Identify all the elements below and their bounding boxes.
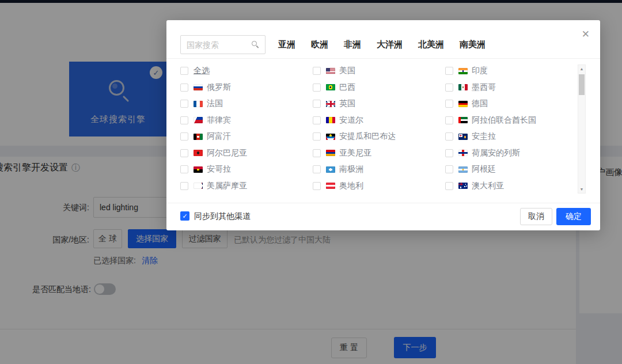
- country-row[interactable]: 阿尔巴尼亚: [180, 145, 313, 162]
- sync-checkbox-label: 同步到其他渠道: [194, 211, 251, 222]
- ai-flag-icon: [458, 134, 468, 140]
- checkbox[interactable]: [313, 84, 321, 92]
- country-row[interactable]: 美属萨摩亚: [180, 178, 313, 195]
- country-column: 美国巴西英国安道尔安提瓜和巴布达亚美尼亚南极洲奥地利: [313, 63, 445, 194]
- checkbox[interactable]: [313, 100, 321, 108]
- checkbox[interactable]: [445, 132, 453, 141]
- country-row[interactable]: 南极洲: [313, 161, 445, 178]
- check-icon: ✓: [182, 213, 187, 220]
- country-label: 阿尔巴尼亚: [207, 148, 247, 158]
- country-label: 美属萨摩亚: [207, 181, 247, 191]
- tab-europe[interactable]: 欧洲: [311, 39, 328, 50]
- tab-south-america[interactable]: 南美洲: [460, 39, 486, 50]
- scrollbar[interactable]: ▲ ▼: [578, 65, 586, 194]
- country-label: 阿拉伯联合酋长国: [472, 115, 536, 126]
- ag-flag-icon: [326, 134, 335, 140]
- cancel-button[interactable]: 取消: [520, 208, 552, 225]
- country-row[interactable]: 奥地利: [313, 178, 445, 195]
- checkbox[interactable]: [445, 100, 453, 108]
- checkbox[interactable]: [313, 182, 321, 190]
- country-row[interactable]: 巴西: [313, 79, 445, 96]
- country-row[interactable]: 美国: [313, 63, 445, 79]
- country-label: 安道尔: [339, 115, 363, 126]
- header-divider: [166, 58, 600, 59]
- country-row[interactable]: 安圭拉: [445, 128, 578, 145]
- checkbox[interactable]: [313, 116, 321, 124]
- checkbox[interactable]: [445, 116, 453, 124]
- am-flag-icon: [326, 150, 335, 156]
- country-label: 荷属安的列斯: [472, 148, 520, 158]
- au-flag-icon: [458, 183, 468, 189]
- country-row[interactable]: 澳大利亚: [445, 178, 578, 195]
- tab-oceania[interactable]: 大洋洲: [377, 39, 403, 50]
- ph-flag-icon: [194, 117, 203, 123]
- country-label: 巴西: [339, 82, 355, 93]
- country-label: 全选: [194, 66, 210, 76]
- mx-flag-icon: [458, 84, 468, 90]
- in-flag-icon: [458, 68, 468, 74]
- us-flag-icon: [326, 68, 335, 74]
- checkbox[interactable]: [445, 84, 453, 92]
- country-row[interactable]: 安道尔: [313, 112, 445, 129]
- checkbox[interactable]: [180, 132, 188, 141]
- br-flag-icon: [326, 84, 335, 90]
- country-row[interactable]: 印度: [445, 63, 578, 79]
- country-row[interactable]: 菲律宾: [180, 112, 313, 129]
- al-flag-icon: [194, 150, 203, 156]
- country-label: 南极洲: [339, 164, 363, 175]
- country-row[interactable]: 墨西哥: [445, 79, 578, 96]
- country-column: 全选俄罗斯法国菲律宾阿富汗阿尔巴尼亚安哥拉美属萨摩亚: [180, 63, 313, 194]
- country-row[interactable]: 法国: [180, 96, 313, 112]
- sync-checkbox[interactable]: ✓: [180, 211, 189, 221]
- country-label: 德国: [472, 98, 488, 109]
- country-row[interactable]: 阿富汗: [180, 128, 313, 145]
- ae-flag-icon: [458, 117, 468, 123]
- checkbox[interactable]: [445, 182, 453, 190]
- country-label: 美国: [339, 66, 355, 76]
- tab-africa[interactable]: 非洲: [344, 39, 361, 50]
- select-all-row[interactable]: 全选: [180, 63, 313, 79]
- country-row[interactable]: 俄罗斯: [180, 79, 313, 96]
- confirm-button[interactable]: 确定: [556, 208, 591, 225]
- tab-north-america[interactable]: 北美洲: [418, 39, 444, 50]
- as-flag-icon: [194, 183, 203, 189]
- checkbox[interactable]: [180, 116, 188, 124]
- checkbox[interactable]: [445, 67, 453, 75]
- scroll-up-icon[interactable]: ▲: [578, 67, 585, 71]
- checkbox[interactable]: [445, 149, 453, 157]
- country-row[interactable]: 荷属安的列斯: [445, 145, 578, 162]
- checkbox[interactable]: [180, 149, 188, 157]
- gb-flag-icon: [326, 101, 335, 107]
- checkbox[interactable]: [180, 84, 188, 92]
- country-label: 安提瓜和巴布达: [339, 131, 396, 142]
- checkbox[interactable]: [445, 165, 453, 173]
- ru-flag-icon: [194, 84, 203, 90]
- close-icon[interactable]: ✕: [582, 29, 590, 39]
- country-row[interactable]: 阿拉伯联合酋长国: [445, 112, 578, 129]
- checkbox[interactable]: [313, 132, 321, 141]
- country-row[interactable]: 亚美尼亚: [313, 145, 445, 162]
- checkbox[interactable]: [313, 165, 321, 173]
- checkbox[interactable]: [313, 149, 321, 157]
- country-label: 阿根廷: [472, 164, 496, 175]
- search-icon: [252, 41, 257, 46]
- country-row[interactable]: 安提瓜和巴布达: [313, 128, 445, 145]
- tab-asia[interactable]: 亚洲: [278, 39, 295, 50]
- checkbox[interactable]: [180, 67, 188, 75]
- checkbox[interactable]: [180, 165, 188, 173]
- country-row[interactable]: 英国: [313, 96, 445, 112]
- scroll-down-icon[interactable]: ▼: [578, 187, 585, 191]
- checkbox[interactable]: [180, 182, 188, 190]
- scrollbar-thumb[interactable]: [579, 74, 585, 95]
- country-row[interactable]: 德国: [445, 96, 578, 112]
- country-row[interactable]: 阿根廷: [445, 161, 578, 178]
- country-label: 英国: [339, 98, 355, 109]
- country-label: 阿富汗: [207, 131, 231, 142]
- country-label: 安圭拉: [472, 131, 496, 142]
- checkbox[interactable]: [180, 100, 188, 108]
- checkbox[interactable]: [313, 67, 321, 75]
- ad-flag-icon: [326, 117, 335, 123]
- country-label: 澳大利亚: [472, 181, 504, 191]
- country-row[interactable]: 安哥拉: [180, 161, 313, 178]
- aq-flag-icon: [326, 166, 335, 173]
